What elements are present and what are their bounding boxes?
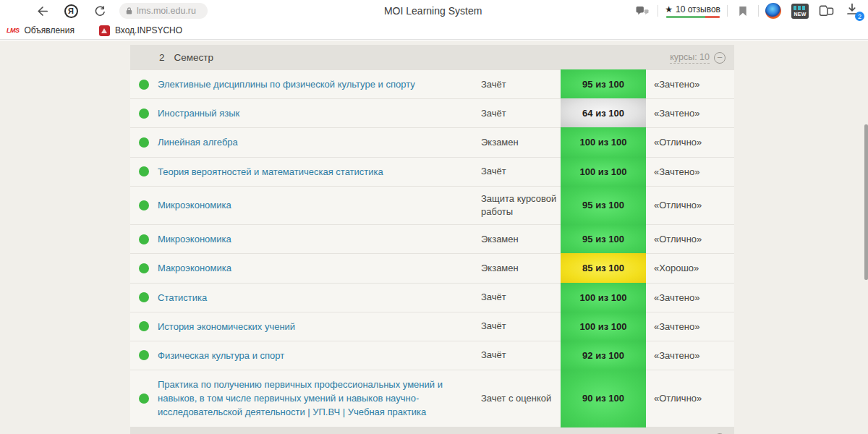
course-link[interactable]: Иностранный язык bbox=[158, 108, 239, 119]
grade-text: «Зачтено» bbox=[646, 344, 734, 367]
grade-text: «Зачтено» bbox=[646, 315, 734, 338]
status-cell bbox=[130, 254, 158, 282]
toolbar-separator bbox=[658, 5, 658, 17]
score-badge: 100 из 100 bbox=[561, 157, 646, 187]
grade-text: «Отлично» bbox=[646, 131, 734, 153]
semester-collapse-toggle[interactable]: курсы: 10 − bbox=[670, 52, 726, 64]
courses-count-label: курсы: 10 bbox=[670, 52, 710, 64]
course-row: Микроэкономика Защита курсовой работы 95… bbox=[130, 186, 734, 224]
semester-table-body: Элективные дисциплины по физической куль… bbox=[130, 70, 734, 427]
status-cell bbox=[130, 128, 158, 156]
score-cell: 100 из 100 bbox=[561, 158, 646, 186]
status-cell bbox=[130, 312, 158, 341]
course-row: Микроэкономика Экзамен 95 из 100 «Отличн… bbox=[130, 224, 734, 253]
semester-grades-table: 2 Семестр курсы: 10 − Элективные дисципл… bbox=[130, 45, 734, 434]
course-name-cell: Микроэкономика bbox=[158, 191, 481, 219]
score-badge: 100 из 100 bbox=[561, 283, 646, 312]
course-row: Макроэкономика Экзамен 85 из 100 «Хорошо… bbox=[130, 253, 734, 282]
new-label: NEW bbox=[793, 12, 806, 17]
downloads-button[interactable]: 2 bbox=[845, 2, 861, 20]
exam-type-text: Зачёт bbox=[481, 285, 561, 310]
back-arrow-icon bbox=[35, 4, 49, 18]
bookmark-item-announcements[interactable]: LMS Объявления bbox=[7, 25, 75, 35]
back-button[interactable] bbox=[33, 2, 51, 20]
score-cell: 100 из 100 bbox=[561, 284, 646, 312]
status-cell bbox=[130, 158, 158, 186]
yandex-browser-button[interactable]: Я bbox=[62, 2, 80, 20]
grade-text: «Зачтено» bbox=[646, 73, 734, 95]
bookmark-icon bbox=[739, 6, 747, 17]
course-name-cell: Физическая культура и спорт bbox=[158, 341, 481, 370]
collapse-minus-icon: − bbox=[714, 52, 726, 64]
page-title: MOI Learning System bbox=[384, 5, 482, 17]
reviews-rating-bar bbox=[666, 16, 720, 18]
exam-type-text: Зачёт bbox=[481, 159, 561, 184]
course-row: Иностранный язык Зачёт 64 из 100 «Зачтен… bbox=[130, 98, 734, 127]
grade-text: «Зачтено» bbox=[646, 102, 734, 124]
exam-type-text: Зачёт bbox=[481, 72, 561, 97]
score-badge: 90 из 100 bbox=[561, 370, 646, 427]
exam-type-text: Зачет с оценкой bbox=[481, 386, 561, 411]
toolbar-separator bbox=[758, 5, 759, 17]
bookmark-item-inpsycho[interactable]: Вход.INPSYCHO bbox=[99, 25, 182, 36]
course-link[interactable]: Статистика bbox=[158, 292, 207, 303]
lms-favicon: LMS bbox=[7, 27, 20, 34]
extension-browser-icon[interactable] bbox=[765, 3, 781, 19]
page-scrollbar[interactable] bbox=[864, 124, 868, 280]
refresh-icon bbox=[94, 5, 106, 17]
feedback-button[interactable] bbox=[634, 2, 651, 20]
course-link[interactable]: Макроэкономика bbox=[158, 263, 231, 273]
course-name-cell: История экономических учений bbox=[158, 312, 481, 341]
collections-tab-groups-icon[interactable] bbox=[819, 4, 835, 17]
status-cell bbox=[130, 99, 158, 127]
page-content: 2 Семестр курсы: 10 − Элективные дисципл… bbox=[0, 41, 868, 434]
course-status-dot-icon bbox=[139, 166, 149, 176]
course-name-cell: Статистика bbox=[158, 284, 481, 312]
course-link[interactable]: Практика по получению первичных професси… bbox=[158, 379, 443, 417]
course-name-cell: Микроэкономика bbox=[158, 225, 481, 253]
url-text: lms.moi.edu.ru bbox=[137, 6, 196, 16]
next-semester-header-row: 3 Семестр курсы: 10 + bbox=[130, 427, 734, 434]
status-cell bbox=[130, 284, 158, 312]
grade-text: «Отлично» bbox=[646, 228, 734, 250]
exam-type-text: Зачёт bbox=[481, 343, 561, 367]
score-badge: 92 из 100 bbox=[561, 341, 646, 370]
score-cell: 92 из 100 bbox=[561, 341, 646, 370]
course-row: История экономических учений Зачёт 100 и… bbox=[130, 312, 734, 341]
inpsycho-favicon bbox=[99, 25, 110, 36]
course-status-dot-icon bbox=[139, 263, 149, 273]
course-link[interactable]: Линейная алгебра bbox=[158, 137, 238, 148]
exam-type-text: Экзамен bbox=[481, 256, 561, 281]
score-badge: 64 из 100 bbox=[561, 98, 646, 128]
course-link[interactable]: Микроэкономика bbox=[158, 234, 231, 244]
refresh-button[interactable] bbox=[91, 2, 109, 20]
score-cell: 85 из 100 bbox=[561, 254, 646, 282]
course-row: Физическая культура и спорт Зачёт 92 из … bbox=[130, 341, 734, 370]
course-status-dot-icon bbox=[139, 137, 149, 148]
status-cell bbox=[130, 70, 158, 98]
status-cell bbox=[130, 370, 158, 427]
course-status-dot-icon bbox=[139, 350, 149, 360]
grade-text: «Отлично» bbox=[646, 387, 734, 409]
site-reviews-button[interactable]: ★ 10 отзывов bbox=[665, 4, 720, 18]
score-cell: 90 из 100 bbox=[561, 370, 646, 427]
course-row: Элективные дисциплины по физической куль… bbox=[130, 70, 734, 98]
course-status-dot-icon bbox=[139, 80, 149, 90]
score-badge: 95 из 100 bbox=[561, 186, 646, 225]
course-link[interactable]: Микроэкономика bbox=[158, 200, 231, 210]
lock-icon bbox=[125, 7, 133, 15]
score-badge: 95 из 100 bbox=[561, 69, 646, 99]
course-link[interactable]: История экономических учений bbox=[158, 321, 295, 332]
course-link[interactable]: Физическая культура и спорт bbox=[158, 350, 284, 361]
grade-text: «Хорошо» bbox=[646, 257, 734, 279]
course-status-dot-icon bbox=[139, 234, 149, 244]
address-bar[interactable]: lms.moi.edu.ru bbox=[119, 3, 208, 19]
course-link[interactable]: Элективные дисциплины по физической куль… bbox=[158, 79, 415, 90]
course-name-cell: Линейная алгебра bbox=[158, 128, 481, 156]
course-link[interactable]: Теория вероятностей и математическая ста… bbox=[158, 166, 383, 177]
course-row: Практика по получению первичных професси… bbox=[130, 370, 734, 427]
course-status-dot-icon bbox=[139, 109, 149, 119]
extension-new-icon[interactable]: NEW bbox=[791, 4, 809, 19]
score-cell: 100 из 100 bbox=[561, 128, 646, 156]
bookmark-button[interactable] bbox=[734, 2, 752, 20]
